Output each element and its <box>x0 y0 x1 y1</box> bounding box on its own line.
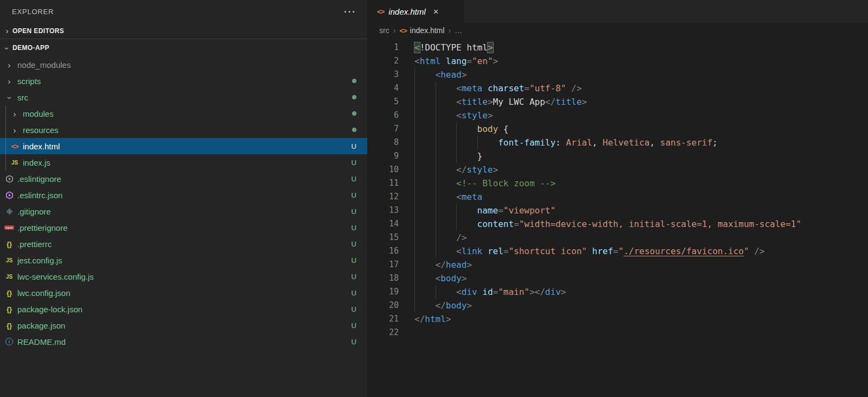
line-content[interactable]: </html> <box>414 312 451 326</box>
code-line: 9} <box>367 149 868 163</box>
breadcrumb-symbol-tail[interactable]: … <box>455 26 462 35</box>
indent-guide <box>436 285 457 299</box>
tree-item-gitignore[interactable]: .gitignoreU <box>0 203 367 219</box>
indent-guide <box>5 122 6 138</box>
breadcrumb-index-html[interactable]: index.html <box>410 26 445 35</box>
line-number: 1 <box>367 41 399 54</box>
explorer-more-actions-icon[interactable]: ··· <box>344 7 356 16</box>
line-content[interactable]: name="viewport" <box>414 204 556 217</box>
tree-item-resources[interactable]: ›resources <box>0 122 367 138</box>
tab-index-html[interactable]: <> index.html × <box>367 0 464 23</box>
json-braces-icon: {} <box>7 305 12 313</box>
line-content[interactable]: font-family: Arial, Helvetica, sans-seri… <box>414 136 718 149</box>
tree-item-package-lock-json[interactable]: {}package-lock.jsonU <box>0 301 367 317</box>
html-file-icon: <> <box>399 27 406 35</box>
tree-item-eslintignore[interactable]: .eslintignoreU <box>0 171 367 187</box>
line-content[interactable]: body { <box>414 122 508 136</box>
indent-guide <box>436 163 457 177</box>
line-content[interactable]: <meta <box>414 190 482 204</box>
breadcrumb-separator-icon: › <box>448 26 451 35</box>
indent-guide <box>456 204 477 217</box>
tree-item-prettierignore[interactable]: npm.prettierignoreU <box>0 219 367 236</box>
tree-item-label: lwc-services.config.js <box>17 272 94 281</box>
close-tab-icon[interactable]: × <box>433 7 439 16</box>
chevron-down-icon: › <box>5 96 14 99</box>
line-number: 9 <box>367 149 399 163</box>
code-line: 19<div id="main"></div> <box>367 285 868 299</box>
chevron-right-icon: › <box>14 126 16 134</box>
tab-label: index.html <box>388 7 425 16</box>
line-content[interactable]: /> <box>414 231 467 244</box>
modified-dot-badge <box>352 79 356 83</box>
line-content[interactable]: } <box>414 149 482 163</box>
code-line: 7body { <box>367 122 868 136</box>
tree-item-src[interactable]: ›src <box>0 89 367 105</box>
line-content[interactable]: </head> <box>414 258 472 272</box>
indent-guide <box>436 177 457 190</box>
indent-guide <box>436 217 457 231</box>
section-open-editors[interactable]: › OPEN EDITORS <box>0 23 367 39</box>
breadcrumb-src[interactable]: src <box>379 26 390 35</box>
git-icon <box>5 207 14 216</box>
indent-guide <box>436 122 457 136</box>
tree-item-readme-md[interactable]: iREADME.mdU <box>0 333 367 350</box>
line-content[interactable]: <div id="main"></div> <box>414 285 566 299</box>
json-braces-icon: {} <box>7 289 12 297</box>
line-content[interactable]: <style> <box>414 109 493 122</box>
line-content[interactable]: </body> <box>414 299 472 312</box>
line-number: 18 <box>367 272 399 285</box>
section-demo-app[interactable]: › DEMO-APP <box>0 39 367 56</box>
tree-item-index-js[interactable]: JSindex.jsU <box>0 154 367 171</box>
tree-item-lwc-services-config-js[interactable]: JSlwc-services.config.jsU <box>0 268 367 285</box>
line-number: 4 <box>367 81 399 95</box>
bracket-match: < <box>414 42 420 53</box>
untracked-badge: U <box>352 159 356 167</box>
tree-item-label: jest.config.js <box>17 256 62 265</box>
line-content[interactable]: <link rel="shortcut icon" href="./resour… <box>414 244 764 258</box>
indent-guide <box>436 109 457 122</box>
code-editor[interactable]: 1<!DOCTYPE html>2<html lang="en">3<head>… <box>367 38 868 397</box>
eslint-icon <box>5 175 14 183</box>
line-content[interactable]: <body> <box>414 272 467 285</box>
untracked-badge: U <box>352 289 356 297</box>
line-content[interactable]: <!-- Block zoom --> <box>414 177 556 190</box>
line-content[interactable]: <!DOCTYPE html> <box>414 41 493 54</box>
tree-item-eslintrc-json[interactable]: .eslintrc.jsonU <box>0 187 367 203</box>
indent-guide <box>414 299 436 312</box>
line-number: 5 <box>367 95 399 109</box>
line-number: 19 <box>367 285 399 299</box>
line-content[interactable]: <meta charset="utf-8" /> <box>414 81 582 95</box>
tree-item-scripts[interactable]: ›scripts <box>0 73 367 89</box>
line-number: 22 <box>367 326 399 339</box>
breadcrumb: src › <> index.html › … <box>367 23 868 38</box>
file-tree: ›node_modules›scripts›src›modules›resour… <box>0 56 367 350</box>
line-content[interactable]: <title>My LWC App</title> <box>414 95 587 109</box>
code-line: 14content="width=device-width, initial-s… <box>367 217 868 231</box>
tree-item-jest-config-js[interactable]: JSjest.config.jsU <box>0 252 367 268</box>
code-line: 4<meta charset="utf-8" /> <box>367 81 868 95</box>
line-content[interactable]: <html lang="en"> <box>414 54 498 68</box>
code-line: 13name="viewport" <box>367 204 868 217</box>
modified-dot-badge <box>352 128 356 132</box>
tree-item-index-html[interactable]: <>index.htmlU <box>0 138 367 154</box>
line-content[interactable]: <head> <box>414 68 467 81</box>
tree-item-prettierrc[interactable]: {}.prettierrcU <box>0 236 367 252</box>
tree-item-node-modules[interactable]: ›node_modules <box>0 56 367 73</box>
untracked-badge: U <box>352 322 356 330</box>
line-content[interactable]: content="width=device-width, initial-sca… <box>414 217 801 231</box>
explorer-header: EXPLORER ··· <box>0 0 367 23</box>
untracked-badge: U <box>352 305 356 313</box>
line-number: 2 <box>367 54 399 68</box>
eslint-icon <box>5 191 14 199</box>
tree-item-modules[interactable]: ›modules <box>0 105 367 122</box>
line-number: 21 <box>367 312 399 326</box>
code-line: 22 <box>367 326 868 339</box>
tree-item-package-json[interactable]: {}package.jsonU <box>0 317 367 333</box>
indent-guide <box>414 244 436 258</box>
indent-guide <box>436 244 457 258</box>
tree-item-label: node_modules <box>17 60 71 70</box>
js-file-icon: JS <box>6 274 12 280</box>
indent-guide <box>414 122 436 136</box>
tree-item-lwc-config-json[interactable]: {}lwc.config.jsonU <box>0 285 367 301</box>
line-content[interactable]: </style> <box>414 163 498 177</box>
